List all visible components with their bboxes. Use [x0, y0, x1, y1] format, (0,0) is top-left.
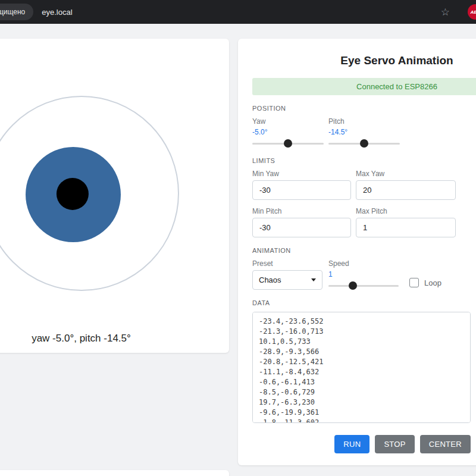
action-button-row: RUN STOP CENTER [252, 435, 471, 453]
loop-field-group: Loop [409, 278, 441, 287]
connection-status-badge: Connected to ESP8266 [252, 78, 476, 95]
min-pitch-label: Min Pitch [252, 207, 351, 215]
eye-pupil [56, 178, 88, 210]
speed-slider[interactable] [328, 281, 399, 290]
max-yaw-input[interactable] [356, 180, 456, 200]
eye-outline-circle [0, 96, 179, 291]
preset-selected-value: Chaos [259, 275, 281, 284]
max-pitch-input[interactable] [356, 218, 456, 237]
center-button[interactable]: CENTER [420, 435, 471, 453]
yaw-slider-thumb[interactable] [284, 139, 292, 148]
animation-data-textarea[interactable]: -23.4,-23.6,552 -21.3,-16.0,713 10.1,0.5… [252, 312, 471, 423]
section-label-position: POSITION [252, 105, 476, 112]
loop-label: Loop [424, 278, 441, 287]
speed-label: Speed [328, 259, 399, 268]
browser-toolbar: щищено eye.local ☆ ABP [0, 0, 476, 24]
servo-control-panel: Eye Servo Animation Connected to ESP8266… [238, 39, 476, 465]
section-label-data: DATA [252, 299, 476, 306]
max-yaw-label: Max Yaw [356, 170, 456, 178]
partial-bottom-card [0, 470, 229, 476]
pitch-value: -14.5° [328, 128, 400, 136]
position-controls-row: Yaw -5.0° Pitch -14.5° [252, 117, 476, 148]
animation-controls-row: Preset Chaos Speed 1 Loop [252, 259, 476, 290]
preset-label: Preset [252, 259, 322, 268]
address-bar-url[interactable]: eye.local [42, 8, 72, 17]
loop-checkbox[interactable] [409, 278, 419, 287]
yaw-slider[interactable] [252, 139, 324, 148]
pitch-slider[interactable] [328, 139, 400, 148]
speed-slider-group: Speed 1 [328, 259, 399, 290]
speed-value: 1 [328, 270, 399, 278]
min-pitch-input[interactable] [252, 218, 351, 237]
min-yaw-input[interactable] [252, 180, 351, 200]
run-button[interactable]: RUN [334, 435, 369, 453]
yaw-slider-group: Yaw -5.0° [252, 117, 324, 148]
eye-position-caption: yaw -5.0°, pitch -14.5° [32, 333, 131, 345]
page-title: Eye Servo Animation [252, 54, 476, 67]
min-yaw-label: Min Yaw [252, 170, 351, 178]
preset-field-group: Preset Chaos [252, 259, 322, 290]
site-security-chip[interactable]: щищено [0, 4, 33, 20]
limits-grid: Min Yaw Max Yaw Min Pitch Max Pitch [252, 170, 476, 237]
min-pitch-field-group: Min Pitch [252, 207, 351, 237]
max-yaw-field-group: Max Yaw [356, 170, 456, 200]
eye-preview-card: yaw -5.0°, pitch -14.5° [0, 39, 229, 353]
max-pitch-field-group: Max Pitch [356, 207, 456, 237]
pitch-slider-thumb[interactable] [360, 139, 368, 148]
section-label-animation: ANIMATION [252, 247, 476, 254]
chevron-down-icon [311, 278, 316, 281]
stop-button[interactable]: STOP [375, 435, 414, 453]
adblock-extension-icon[interactable]: ABP [468, 4, 476, 20]
max-pitch-label: Max Pitch [356, 207, 456, 215]
yaw-label: Yaw [252, 117, 324, 126]
eye-iris [26, 147, 121, 242]
yaw-value: -5.0° [252, 128, 324, 136]
min-yaw-field-group: Min Yaw [252, 170, 351, 200]
speed-slider-thumb[interactable] [349, 281, 357, 290]
bookmark-star-icon[interactable]: ☆ [441, 7, 450, 17]
section-label-limits: LIMITS [252, 157, 476, 164]
speed-slider-track [328, 285, 399, 287]
preset-select[interactable]: Chaos [252, 270, 322, 290]
pitch-label: Pitch [328, 117, 400, 126]
pitch-slider-group: Pitch -14.5° [328, 117, 400, 148]
